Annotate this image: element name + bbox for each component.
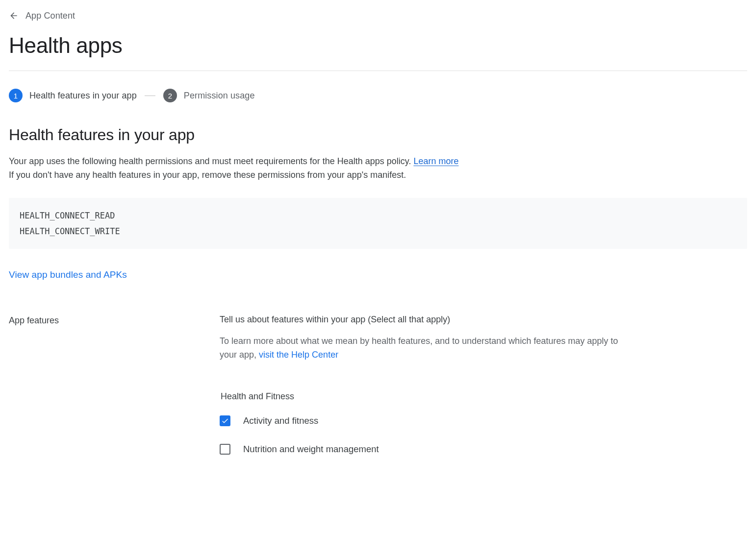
step-connector [145, 96, 155, 96]
permissions-code-block: HEALTH_CONNECT_READ HEALTH_CONNECT_WRITE [9, 198, 747, 249]
step-label: Permission usage [184, 91, 255, 101]
divider [9, 71, 747, 71]
section-title: Health features in your app [9, 126, 747, 144]
app-features-label: App features [9, 315, 220, 326]
stepper: 1 Health features in your app 2 Permissi… [9, 89, 747, 102]
checkbox-row[interactable]: Nutrition and weight management [220, 444, 737, 455]
step-badge-icon: 2 [163, 89, 177, 102]
help-center-link[interactable]: visit the Help Center [259, 350, 338, 360]
section-description: Your app uses the following health permi… [9, 155, 627, 182]
checkbox-label: Nutrition and weight management [243, 444, 379, 455]
checkbox-checked-icon[interactable] [220, 415, 230, 426]
feature-group-title: Health and Fitness [221, 391, 737, 402]
view-bundles-link[interactable]: View app bundles and APKs [9, 269, 127, 280]
features-help: To learn more about what we mean by heal… [220, 335, 631, 362]
features-prompt: Tell us about features within your app (… [220, 315, 737, 325]
checkbox-row[interactable]: Activity and fitness [220, 415, 737, 426]
checkbox-unchecked-icon[interactable] [220, 444, 230, 455]
breadcrumb: App Content [9, 9, 747, 23]
step-badge-icon: 1 [9, 89, 23, 102]
step-permission-usage[interactable]: 2 Permission usage [163, 89, 255, 102]
back-arrow-icon[interactable] [9, 11, 19, 21]
breadcrumb-parent[interactable]: App Content [25, 11, 75, 21]
app-features-section: App features Tell us about features with… [9, 315, 747, 472]
section-desc-text: Your app uses the following health permi… [9, 156, 413, 166]
step-label: Health features in your app [29, 91, 137, 101]
learn-more-link[interactable]: Learn more [413, 156, 458, 166]
checkbox-label: Activity and fitness [243, 415, 318, 426]
section-desc-text-2: If you don't have any health features in… [9, 170, 406, 180]
step-health-features[interactable]: 1 Health features in your app [9, 89, 137, 102]
page-title: Health apps [9, 33, 747, 58]
